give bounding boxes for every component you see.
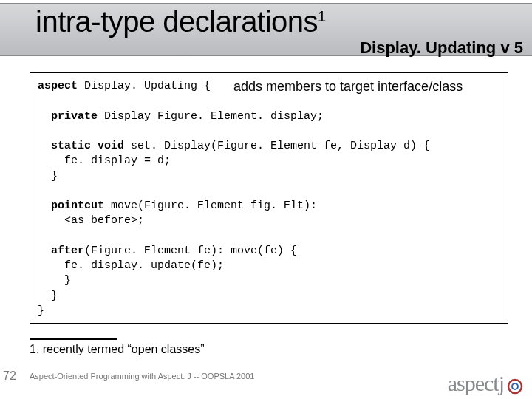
code-kw-after: after [38,245,84,257]
slide-credit: Aspect-Oriented Programming with Aspect.… [30,372,254,381]
code-kw-pointcut: pointcut [38,200,104,212]
slide-subtitle: Display. Updating v 5 [360,38,523,58]
code-l10: <as before>; [38,214,144,227]
code-l5b: set. Display(Figure. Element fe, Display… [124,140,430,152]
title-text: intra-type declarations [35,5,318,38]
code-l15: } [38,290,58,302]
code-kw-aspect: aspect [38,80,78,92]
code-l14: } [38,274,71,287]
svg-point-0 [508,380,522,393]
code-l12b: (Figure. Element fe): move(fe) { [84,245,297,257]
footnote-text: 1. recently termed “open classes” [30,343,205,356]
code-box: aspect Display. Updating { private Displ… [30,72,508,324]
code-l6: fe. display = d; [38,154,171,167]
slide-title: intra-type declarations1 [35,5,326,38]
code-l3b: Display Figure. Element. display; [98,110,324,123]
code-l16: } [38,304,44,317]
slide-number: 72 [3,369,16,383]
footnote-rule [30,338,117,340]
code-l1b: Display. Updating { [78,80,211,92]
code-l13: fe. display. update(fe); [38,259,224,272]
logo-swirl-icon [505,377,525,396]
aspectj-logo: aspectj [448,371,525,396]
annotation-members: adds members to target interface/class [233,79,463,95]
code-kw-static-void: static void [38,140,124,152]
logo-text: aspectj [448,371,504,396]
title-superscript: 1 [318,8,326,24]
code-l9b: move(Figure. Element fig. Elt): [104,200,317,212]
slide: intra-type declarations1 Display. Updati… [0,0,532,399]
svg-point-1 [512,383,518,389]
code-l7: } [38,170,58,183]
code-kw-private: private [38,110,98,123]
